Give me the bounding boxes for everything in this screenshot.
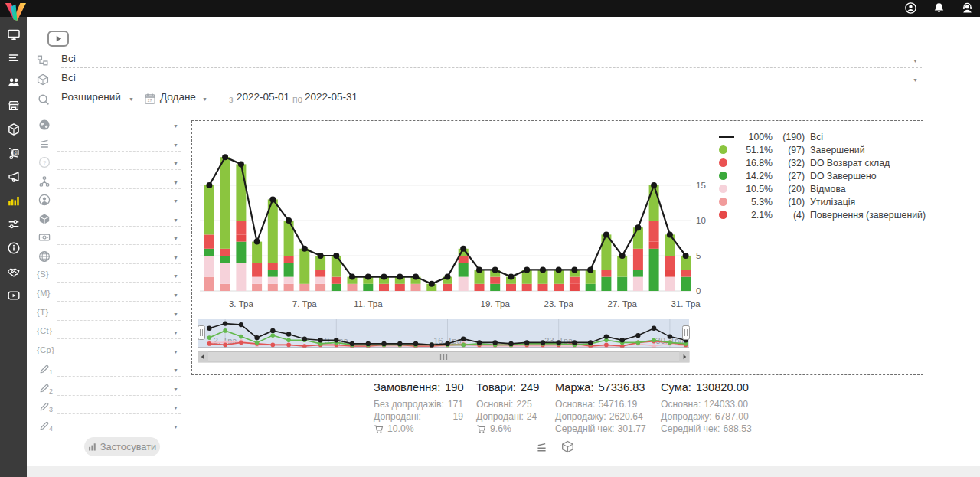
sidebar-item-sliders-icon[interactable]	[7, 217, 21, 231]
category-filter-select[interactable]: Всі ▼	[61, 53, 922, 68]
sidebar-item-megaphone-icon[interactable]	[7, 170, 21, 184]
date-from-label: з	[229, 94, 234, 105]
legend-item[interactable]: 16.8%(32)DO Возврат склад	[719, 156, 926, 169]
chevron-down-icon: ▼	[173, 255, 178, 260]
user-account-icon[interactable]	[904, 2, 917, 15]
legend-item[interactable]: 51.1%(97)Завершений	[719, 143, 926, 156]
sidebar-item-handshake-icon[interactable]	[7, 265, 21, 279]
legend-item[interactable]: 5.3%(10)Утилізація	[719, 195, 926, 208]
stat-row-label: Основна:	[555, 398, 595, 410]
legend-item[interactable]: 2.1%(4)Повернення (завершений)	[719, 208, 926, 221]
svg-text:17: 17	[148, 98, 152, 103]
chevron-down-icon: ▼	[173, 368, 178, 373]
filter-select-pencil-1[interactable]: ▼	[57, 362, 181, 377]
legend-pct: 10.5%	[739, 184, 773, 194]
filter-status-lines-icon	[38, 138, 51, 150]
stat-row-value: 2620.64	[609, 410, 643, 423]
sidebar-item-bar-chart-icon[interactable]	[7, 194, 21, 207]
legend-item[interactable]: 100%(190)Всі	[719, 130, 926, 143]
stat-row: 10.0%	[374, 423, 463, 435]
video-tutorial-button[interactable]	[47, 31, 69, 47]
date-from-input[interactable]: 2022-05-01	[237, 91, 291, 106]
stat-row-label: Допродані:	[374, 410, 421, 423]
filter-select-brace-t[interactable]: ▼	[57, 306, 181, 321]
filter-select-help[interactable]: ▼	[57, 155, 181, 170]
cart-icon	[374, 424, 384, 434]
cart-icon	[476, 424, 486, 434]
filter-select-globe-wire[interactable]: ▼	[57, 250, 181, 264]
sidebar-item-store-icon[interactable]	[7, 99, 21, 113]
filter-select-cube-filled[interactable]: ▼	[57, 212, 181, 227]
sidebar-item-list-icon[interactable]	[7, 51, 21, 65]
chevron-down-icon: ▼	[173, 273, 178, 279]
sidebar-item-info-icon[interactable]	[7, 241, 21, 255]
package-icon	[37, 74, 49, 86]
filter-select-status-lines[interactable]: ▼	[57, 137, 181, 152]
stat-title-value: 190	[445, 381, 463, 394]
filter-select-brace-cp[interactable]: ▼	[57, 344, 181, 358]
sidebar-item-trolley-icon[interactable]: @	[7, 146, 21, 160]
svg-text:31. Тра: 31. Тра	[671, 299, 701, 309]
stat-title-label: Замовлення:	[374, 381, 440, 394]
svg-text:?: ?	[43, 159, 47, 166]
date-field-select[interactable]: Додане ▼	[160, 91, 209, 106]
sidebar-item-monitor-icon[interactable]	[7, 28, 21, 41]
filter-select-brace-m[interactable]: ▼	[57, 287, 181, 302]
support-headset-icon[interactable]	[961, 2, 974, 15]
chevron-down-icon: ▼	[173, 161, 178, 166]
filter-select-brace-s[interactable]: ▼	[57, 268, 181, 283]
chevron-down-icon: ▼	[173, 405, 178, 410]
topbar	[0, 0, 980, 17]
legend-label: Всі	[805, 132, 926, 142]
legend-label: Відмова	[805, 184, 926, 194]
product-filter-select[interactable]: Всі ▼	[61, 72, 922, 87]
svg-text:27. Тра: 27. Тра	[608, 299, 638, 309]
filter-pencil-number: 2	[49, 387, 53, 395]
play-icon	[54, 34, 63, 43]
filter-select-pencil-3[interactable]: ▼	[57, 400, 181, 414]
chevron-down-icon: ▼	[173, 198, 178, 204]
legend-item[interactable]: 10.5%(20)Відмова	[719, 182, 926, 195]
stat-row: Основні:225	[476, 398, 530, 410]
stat-title-label: Товари:	[476, 381, 516, 394]
chevron-down-icon: ▼	[913, 58, 918, 64]
legend-pct: 14.2%	[739, 171, 773, 181]
legend-cnt: (10)	[773, 197, 805, 207]
page-bottom-strip	[27, 466, 980, 477]
list-view-icon[interactable]	[535, 441, 548, 454]
svg-text:5: 5	[696, 251, 701, 260]
filter-brace-ct-icon: {Ct}	[37, 326, 52, 335]
notifications-bell-icon[interactable]	[933, 2, 946, 15]
svg-text:23. Тра: 23. Тра	[544, 299, 574, 309]
filter-cube-filled-icon	[38, 213, 51, 225]
date-to-input[interactable]: 2022-05-31	[305, 91, 359, 106]
app-logo[interactable]	[4, 1, 28, 23]
chevron-down-icon: ▼	[173, 330, 178, 335]
filter-select-user-circle[interactable]: ▼	[57, 193, 181, 207]
chevron-down-icon: ▼	[202, 96, 207, 102]
filter-select-pencil-2[interactable]: ▼	[57, 381, 181, 396]
filter-select-pencil-4[interactable]: ▼	[57, 419, 181, 433]
sidebar-item-video-icon[interactable]	[7, 289, 21, 302]
stat-title: Сума:130820.00	[661, 381, 743, 394]
stat-row-value: 54716.19	[598, 398, 637, 410]
sidebar-item-people-icon[interactable]	[7, 75, 21, 89]
svg-text:11. Тра: 11. Тра	[354, 299, 383, 309]
legend-item[interactable]: 14.2%(27)DO Завершено	[719, 169, 926, 182]
search-mode-select[interactable]: Розширений ▼	[61, 91, 136, 106]
stat-title-value: 130820.00	[696, 381, 749, 394]
legend-label: DO Завершено	[805, 171, 926, 181]
legend-pct: 51.1%	[739, 145, 773, 155]
filter-select-globe-dark[interactable]: ▼	[57, 118, 181, 132]
sidebar-item-cube-icon[interactable]	[7, 123, 21, 136]
package-view-icon[interactable]	[561, 440, 574, 453]
stat-row: Основна:124033.00	[661, 398, 743, 410]
filter-select-hierarchy[interactable]: ▼	[57, 175, 181, 189]
filter-select-banknote[interactable]: ▼	[57, 230, 181, 245]
category-filter-value: Всі	[61, 53, 76, 64]
apply-button-label: Застосувати	[100, 441, 156, 452]
apply-button[interactable]: Застосувати	[84, 437, 160, 456]
legend-dot-marker	[719, 211, 739, 219]
filter-select-brace-ct[interactable]: ▼	[57, 325, 181, 339]
stat-row-value: 10.0%	[387, 423, 414, 435]
